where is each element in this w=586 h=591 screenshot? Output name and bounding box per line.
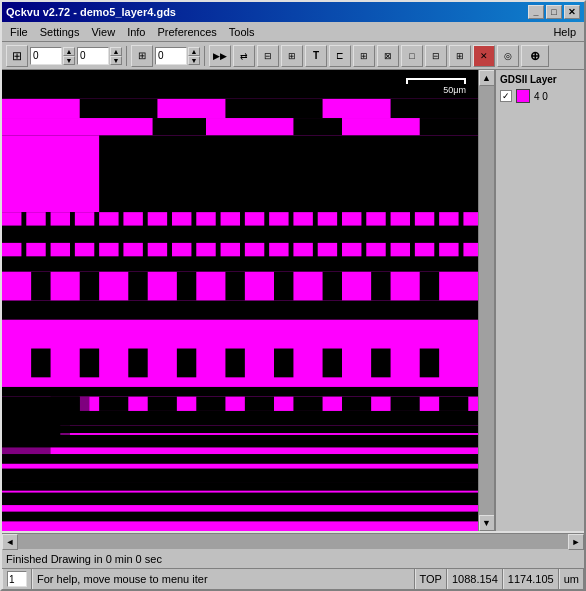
svg-rect-76 xyxy=(148,397,177,411)
svg-rect-51 xyxy=(439,243,458,256)
svg-rect-77 xyxy=(196,397,225,411)
svg-rect-64 xyxy=(31,349,50,378)
menu-info[interactable]: Info xyxy=(121,24,151,40)
svg-rect-93 xyxy=(2,440,478,448)
svg-rect-68 xyxy=(225,349,244,378)
main-area: 50μm ▲ ▼ GDSII Layer ✓ 4 0 xyxy=(2,70,584,531)
svg-rect-58 xyxy=(225,272,244,301)
svg-rect-18 xyxy=(148,212,167,225)
svg-rect-23 xyxy=(269,212,288,225)
svg-rect-70 xyxy=(323,349,342,378)
spin-up-2[interactable]: ▲ xyxy=(110,47,122,56)
page-input[interactable] xyxy=(7,571,27,587)
grid-button[interactable]: ⊞ xyxy=(131,45,153,67)
svg-rect-75 xyxy=(99,397,128,411)
svg-rect-26 xyxy=(342,212,361,225)
toolbar-btn-d[interactable]: ⊞ xyxy=(281,45,303,67)
svg-rect-17 xyxy=(123,212,142,225)
toolbar-btn-n[interactable]: ⊕ xyxy=(521,45,549,67)
menu-view[interactable]: View xyxy=(85,24,121,40)
scroll-down-button[interactable]: ▼ xyxy=(479,515,495,531)
svg-rect-47 xyxy=(342,243,361,256)
svg-rect-44 xyxy=(269,243,288,256)
svg-rect-4 xyxy=(293,118,342,135)
menu-settings[interactable]: Settings xyxy=(34,24,86,40)
svg-rect-60 xyxy=(323,272,342,301)
svg-rect-49 xyxy=(391,243,410,256)
toolbar-btn-f[interactable]: ⊏ xyxy=(329,45,351,67)
layer-checkbox-0[interactable]: ✓ xyxy=(500,90,512,102)
toolbar-btn-e[interactable]: T xyxy=(305,45,327,67)
toolbar-input-1[interactable] xyxy=(30,47,62,65)
menu-bar: File Settings View Info Preferences Tool… xyxy=(2,22,584,42)
main-window: Qckvu v2.72 - demo5_layer4.gds _ □ ✕ Fil… xyxy=(0,0,586,591)
canvas-area[interactable]: 50μm xyxy=(2,70,478,531)
layer-name-0: 4 0 xyxy=(534,91,548,102)
svg-rect-48 xyxy=(366,243,385,256)
coord-y: 1174.105 xyxy=(508,573,554,585)
svg-rect-34 xyxy=(26,243,45,256)
svg-rect-24 xyxy=(293,212,312,225)
scale-bar: 50μm xyxy=(406,78,466,95)
svg-rect-40 xyxy=(172,243,191,256)
svg-rect-56 xyxy=(128,272,147,301)
toolbar-btn-m[interactable]: ◎ xyxy=(497,45,519,67)
hscroll-left-button[interactable]: ◄ xyxy=(2,534,18,550)
close-button[interactable]: ✕ xyxy=(564,5,580,19)
scale-bar-label: 50μm xyxy=(443,85,466,95)
layer-cell: TOP xyxy=(415,569,447,589)
spin-btns-1: ▲ ▼ xyxy=(63,47,75,65)
toolbar-btn-j[interactable]: ⊟ xyxy=(425,45,447,67)
svg-rect-62 xyxy=(420,272,439,301)
toolbar-input-2[interactable] xyxy=(77,47,109,65)
svg-rect-43 xyxy=(245,243,264,256)
scale-bar-line xyxy=(406,78,466,84)
menu-tools[interactable]: Tools xyxy=(223,24,261,40)
svg-rect-25 xyxy=(318,212,337,225)
svg-rect-82 xyxy=(439,397,468,411)
right-panel: GDSII Layer ✓ 4 0 xyxy=(494,70,584,531)
help-text: For help, move mouse to menu iter xyxy=(37,573,208,585)
spin-up-3[interactable]: ▲ xyxy=(188,47,200,56)
filter-button[interactable]: ⊞ xyxy=(6,45,28,67)
toolbar-btn-k[interactable]: ⊞ xyxy=(449,45,471,67)
status-row1: Finished Drawing in 0 min 0 sec xyxy=(2,549,584,569)
maximize-button[interactable]: □ xyxy=(546,5,562,19)
spin-down-3[interactable]: ▼ xyxy=(188,56,200,65)
toolbar-btn-b[interactable]: ⇄ xyxy=(233,45,255,67)
scroll-track-v[interactable] xyxy=(479,86,495,515)
toolbar-btn-g[interactable]: ⊞ xyxy=(353,45,375,67)
svg-rect-52 xyxy=(463,243,478,256)
menu-preferences[interactable]: Preferences xyxy=(152,24,223,40)
spin-down-1[interactable]: ▼ xyxy=(63,56,75,65)
spin-up-1[interactable]: ▲ xyxy=(63,47,75,56)
hscroll-right-button[interactable]: ► xyxy=(568,534,584,550)
toolbar-btn-h[interactable]: ⊠ xyxy=(377,45,399,67)
toolbar-input-3[interactable] xyxy=(155,47,187,65)
minimize-button[interactable]: _ xyxy=(528,5,544,19)
toolbar-btn-c[interactable]: ⊟ xyxy=(257,45,279,67)
svg-rect-63 xyxy=(2,301,478,320)
svg-rect-9 xyxy=(391,99,478,118)
coord-x-cell: 1088.154 xyxy=(447,569,503,589)
menu-help[interactable]: Help xyxy=(547,24,582,40)
svg-rect-55 xyxy=(80,272,99,301)
toolbar: ⊞ ▲ ▼ ▲ ▼ ⊞ ▲ ▼ xyxy=(2,42,584,70)
toolbar-btn-l[interactable]: ✕ xyxy=(473,45,495,67)
svg-rect-92 xyxy=(2,425,478,433)
svg-rect-80 xyxy=(342,397,371,411)
status-area: ◄ ► Finished Drawing in 0 min 0 sec For … xyxy=(2,531,584,589)
toolbar-btn-a[interactable]: ▶▶ xyxy=(209,45,231,67)
svg-rect-66 xyxy=(128,349,147,378)
coord-y-cell: 1174.105 xyxy=(503,569,559,589)
svg-rect-69 xyxy=(274,349,293,378)
menu-file[interactable]: File xyxy=(4,24,34,40)
toolbar-btn-i[interactable]: □ xyxy=(401,45,423,67)
scroll-up-button[interactable]: ▲ xyxy=(479,70,495,86)
svg-rect-29 xyxy=(415,212,434,225)
svg-rect-20 xyxy=(196,212,215,225)
spin-down-2[interactable]: ▼ xyxy=(110,56,122,65)
svg-rect-46 xyxy=(318,243,337,256)
status-row2: For help, move mouse to menu iter TOP 10… xyxy=(2,569,584,589)
hscroll-track[interactable] xyxy=(18,534,568,549)
